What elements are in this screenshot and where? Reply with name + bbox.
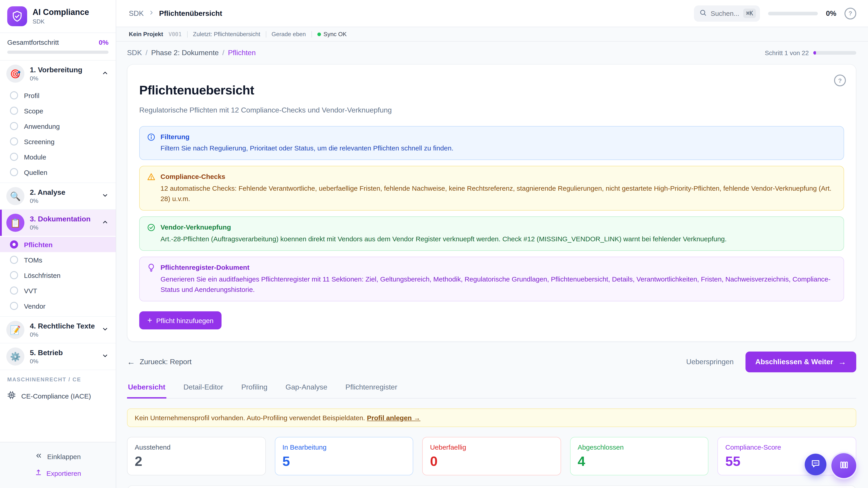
sidebar-item-profil[interactable]: Profil (0, 88, 116, 103)
status-bar: Kein Projekt V001 Zuletzt: Pflichtenüber… (116, 27, 868, 41)
sidebar-item-anwendung[interactable]: Anwendung (0, 119, 116, 134)
app-logo-block: AI Compliance SDK (0, 0, 116, 33)
check-circle-icon (147, 223, 156, 234)
memo-pencil-icon: 📝 (6, 321, 24, 339)
breadcrumb-current: Pflichtenübersicht (159, 9, 222, 18)
sidebar-item-scope[interactable]: Scope (0, 103, 116, 119)
clipboard-icon: 📋 (6, 214, 24, 232)
back-link[interactable]: ← Zurueck: Report (127, 358, 191, 366)
tab-profiling[interactable]: Profiling (240, 383, 268, 398)
sidebar-section-betrieb[interactable]: ⚙️ 5. Betrieb 0% (0, 343, 116, 369)
arrow-left-icon: ← (127, 358, 135, 366)
sync-status: Sync OK (317, 31, 347, 37)
sidebar-item-toms[interactable]: TOMs (0, 252, 116, 267)
step-progress-bar (813, 51, 856, 55)
radio-icon (10, 137, 18, 145)
chevron-down-icon[interactable] (102, 326, 108, 334)
info-box-vendor-verknuepfung: Vendor-Verknuepfung Art.-28-Pflichten (A… (139, 217, 844, 251)
app-subtitle: SDK (33, 18, 89, 25)
page-title: Pflichtenuebersicht (139, 83, 844, 98)
sidebar-section-vorbereitung[interactable]: 🎯 1. Vorbereitung 0% (0, 61, 116, 87)
collapse-sidebar-button[interactable]: Einklappen (0, 448, 116, 465)
sidebar-item-vendor[interactable]: Vendor (0, 298, 116, 314)
finish-next-button[interactable]: Abschliessen & Weiter → (745, 352, 856, 372)
page-breadcrumb-current: Pflichten (228, 49, 256, 57)
radio-selected-icon (10, 240, 18, 249)
top-header: SDK Pflichtenübersicht Suchen... ⌘K 0% ? (116, 0, 868, 27)
sidebar-item-screening[interactable]: Screening (0, 134, 116, 149)
sidebar-section-dokumentation[interactable]: 📋 3. Dokumentation 0% (0, 209, 116, 236)
page-breadcrumb-phase[interactable]: Phase 2: Dokumente (151, 49, 219, 57)
search-input[interactable]: Suchen... ⌘K (694, 5, 760, 22)
tab-gap-analyse[interactable]: Gap-Analyse (285, 383, 328, 398)
last-step-label: Zuletzt: Pflichtenübersicht (193, 31, 260, 37)
step-progress: Schritt 1 von 22 (765, 49, 856, 57)
chat-fab-button[interactable] (805, 454, 827, 475)
tab-uebersicht[interactable]: Uebersicht (127, 383, 166, 398)
sidebar-section-rechtliche-texte[interactable]: 📝 4. Rechtliche Texte 0% (0, 316, 116, 343)
section-title: 1. Vorbereitung (30, 66, 96, 74)
chevron-up-icon[interactable] (102, 219, 108, 227)
skip-button[interactable]: Ueberspringen (686, 358, 734, 366)
cpu-chip-icon (7, 391, 16, 401)
create-profile-link[interactable]: Profil anlegen → (367, 414, 421, 422)
sidebar-item-vvt[interactable]: VVT (0, 283, 116, 298)
app-title: AI Compliance (33, 8, 89, 17)
tab-pflichtenregister[interactable]: Pflichtenregister (344, 383, 398, 398)
chevron-down-icon[interactable] (102, 352, 108, 361)
project-name: Kein Projekt (129, 31, 163, 37)
stat-card-ausstehend: Ausstehend 2 (127, 437, 266, 475)
add-pflicht-button[interactable]: + Pflicht hinzufuegen (139, 311, 222, 329)
radio-icon (10, 153, 18, 161)
lightbulb-icon (147, 263, 156, 274)
chevron-right-icon (148, 9, 155, 18)
pflichten-card: ? Pflichtenuebersicht Regulatorische Pfl… (127, 64, 856, 341)
radio-icon (10, 256, 18, 264)
gear-icon: ⚙️ (6, 348, 24, 365)
header-progress-bar (768, 11, 818, 15)
target-icon: 🎯 (6, 65, 24, 83)
shield-check-icon (7, 6, 27, 26)
stat-card-ueberfaellig: Ueberfaellig 0 (422, 437, 561, 475)
warning-icon (147, 173, 156, 183)
step-label: Schritt 1 von 22 (765, 49, 809, 57)
sidebar-nav: 🎯 1. Vorbereitung 0% Profil Scope Anwend… (0, 61, 116, 442)
plus-icon: + (147, 316, 152, 324)
card-help-icon[interactable]: ? (834, 74, 846, 86)
header-progress-value: 0% (826, 9, 836, 18)
upload-icon (35, 469, 42, 478)
profile-warning-banner: Kein Unternehmensprofil vorhanden. Auto-… (127, 409, 856, 427)
stat-card-in-bearbeitung: In Bearbeitung 5 (275, 437, 413, 475)
tab-bar: Uebersicht Detail-Editor Profiling Gap-A… (127, 383, 856, 398)
magnifier-icon: 🔍 (6, 187, 24, 205)
search-icon (700, 9, 707, 18)
overall-progress-label: Gesamtfortschritt (7, 38, 59, 46)
radio-icon (10, 271, 18, 279)
last-saved-time: Gerade eben (272, 31, 306, 37)
sidebar-item-pflichten[interactable]: Pflichten (0, 237, 116, 252)
columns-fab-button[interactable] (831, 453, 856, 478)
chat-bubble-icon (811, 459, 820, 470)
stats-row: Ausstehend 2 In Bearbeitung 5 Ueberfaell… (127, 437, 856, 475)
search-placeholder: Suchen... (711, 9, 739, 17)
chevron-down-icon[interactable] (102, 192, 108, 200)
section-progress: 0% (30, 75, 96, 82)
sidebar-item-module[interactable]: Module (0, 149, 116, 164)
sidebar-footer: Einklappen Exportieren (0, 442, 116, 488)
sidebar-item-ce-compliance[interactable]: CE-Compliance (IACE) (0, 386, 116, 405)
tab-detail-editor[interactable]: Detail-Editor (182, 383, 224, 398)
page-breadcrumb: SDK / Phase 2: Dokumente / Pflichten (127, 49, 256, 57)
chevron-up-icon[interactable] (102, 69, 108, 78)
version-badge: V001 (168, 31, 182, 37)
help-icon[interactable]: ? (844, 7, 856, 19)
sidebar-item-quellen[interactable]: Quellen (0, 164, 116, 180)
export-button[interactable]: Exportieren (0, 465, 116, 482)
sidebar-item-loeschfristen[interactable]: Löschfristen (0, 267, 116, 283)
page-breadcrumb-root[interactable]: SDK (127, 49, 142, 57)
radio-icon (10, 122, 18, 130)
sidebar-section-analyse[interactable]: 🔍 2. Analyse 0% (0, 183, 116, 209)
next-section-card-edge (127, 485, 856, 488)
page-subtitle: Regulatorische Pflichten mit 12 Complian… (139, 106, 844, 114)
breadcrumb-root[interactable]: SDK (129, 9, 144, 18)
radio-icon (10, 91, 18, 99)
